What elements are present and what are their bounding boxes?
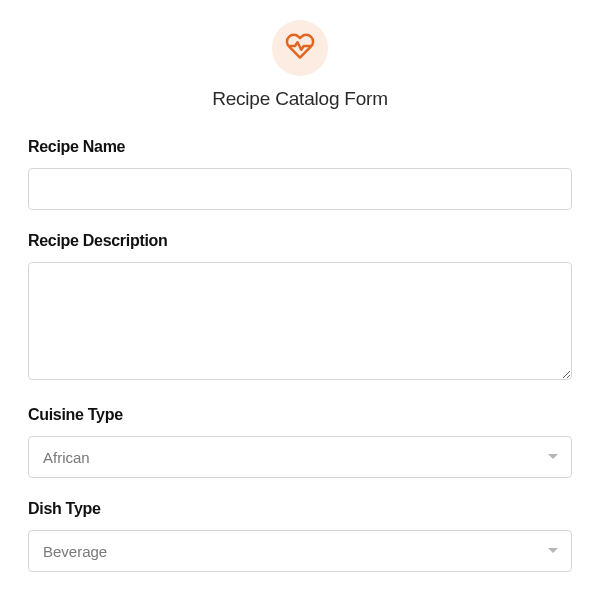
dish-type-selected-value: Beverage bbox=[43, 543, 107, 560]
recipe-description-label: Recipe Description bbox=[28, 232, 572, 250]
recipe-catalog-form: Recipe Catalog Form Recipe Name Recipe D… bbox=[0, 0, 600, 572]
form-title: Recipe Catalog Form bbox=[212, 88, 388, 110]
form-header: Recipe Catalog Form bbox=[28, 20, 572, 110]
field-recipe-name: Recipe Name bbox=[28, 138, 572, 210]
cuisine-type-label: Cuisine Type bbox=[28, 406, 572, 424]
recipe-name-label: Recipe Name bbox=[28, 138, 572, 156]
dish-type-select[interactable]: Beverage bbox=[28, 530, 572, 572]
cuisine-type-select-wrap: African bbox=[28, 436, 572, 478]
dish-type-select-wrap: Beverage bbox=[28, 530, 572, 572]
dish-type-label: Dish Type bbox=[28, 500, 572, 518]
header-icon-circle bbox=[272, 20, 328, 76]
field-recipe-description: Recipe Description bbox=[28, 232, 572, 384]
field-cuisine-type: Cuisine Type African bbox=[28, 406, 572, 478]
cuisine-type-selected-value: African bbox=[43, 449, 90, 466]
recipe-name-input[interactable] bbox=[28, 168, 572, 210]
recipe-description-input[interactable] bbox=[28, 262, 572, 380]
heart-pulse-icon bbox=[285, 31, 315, 65]
field-dish-type: Dish Type Beverage bbox=[28, 500, 572, 572]
cuisine-type-select[interactable]: African bbox=[28, 436, 572, 478]
